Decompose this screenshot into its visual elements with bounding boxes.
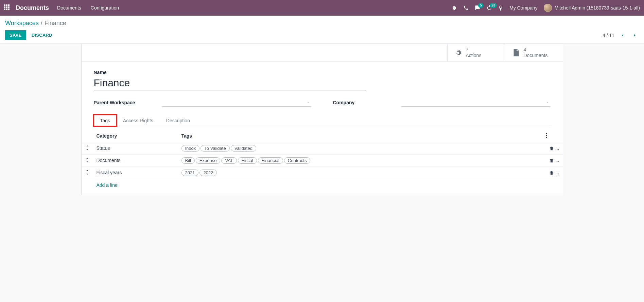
company-label: Company [333,100,391,105]
stat-documents[interactable]: 4 Documents [505,44,563,61]
delete-icon[interactable] [549,145,554,151]
apps-icon[interactable] [4,4,11,11]
user-menu[interactable]: Mitchell Admin (15180739-saas-15-1-all) [544,4,640,12]
svg-point-0 [546,133,547,134]
category-cell[interactable]: Documents [93,154,178,166]
tag-chip[interactable]: Fiscal [238,157,257,164]
tag-chip[interactable]: 2021 [181,170,199,176]
messages-icon[interactable]: 5 [475,5,480,11]
stat-documents-label: Documents [524,53,548,58]
row-more[interactable]: ... [554,170,559,175]
navbar-right: 5 23 My Company Mitchell Admin (15180739… [452,4,640,12]
table-options[interactable] [542,130,563,142]
table-row[interactable]: DocumentsBillExpenseVATFiscalFinancialCo… [82,154,563,166]
tags-cell[interactable]: InboxTo ValidateValidated [178,142,542,154]
svg-point-1 [546,135,547,136]
parent-workspace-input[interactable] [162,99,311,107]
tag-chip[interactable]: Financial [258,157,283,164]
tab-description[interactable]: Description [160,115,196,126]
nav-links: Documents Configuration [57,5,119,11]
tools-icon[interactable] [498,5,503,11]
control-panel: Workspaces / Finance Save Discard 4 / 11 [0,16,644,44]
pager-value[interactable]: 4 / 11 [603,33,614,38]
user-name: Mitchell Admin (15180739-saas-15-1-all) [555,5,640,11]
breadcrumb-current: Finance [45,20,66,27]
drag-handle-icon[interactable] [82,154,93,166]
cp-buttons: Save Discard [5,30,56,40]
tag-chip[interactable]: 2022 [199,170,217,176]
company-input[interactable] [401,99,551,107]
nav-link-documents[interactable]: Documents [57,5,81,11]
breadcrumb: Workspaces / Finance [5,20,639,27]
tab-tags[interactable]: Tags [94,115,117,126]
table-row[interactable]: Fiscal years20212022 ... [82,166,563,179]
name-label: Name [94,70,551,75]
category-cell[interactable]: Status [93,142,178,154]
tag-chip[interactable]: Validated [231,145,256,152]
stat-documents-count: 4 [524,47,548,53]
brand-title[interactable]: Documents [16,4,49,12]
tabs: Tags Access Rights Description [94,115,551,126]
pager-prev[interactable] [619,31,627,39]
stat-actions[interactable]: 7 Actions [447,44,505,61]
phone-icon[interactable] [463,5,469,11]
delete-icon[interactable] [549,158,554,163]
gears-icon [454,48,463,57]
company-switcher[interactable]: My Company [509,5,537,11]
tag-chip[interactable]: Expense [196,157,221,164]
drag-handle-icon[interactable] [82,142,93,154]
tag-chip[interactable]: To Validate [201,145,229,152]
chevron-down-icon [307,100,310,105]
drag-handle-icon[interactable] [82,166,93,179]
row-actions: ... [542,142,563,154]
parent-workspace-label: Parent Workspace [94,100,152,105]
table-row[interactable]: StatusInboxTo ValidateValidated ... [82,142,563,154]
th-category[interactable]: Category [93,130,178,142]
delete-icon[interactable] [549,170,554,175]
chevron-down-icon [546,100,549,105]
pager-next[interactable] [631,31,639,39]
discard-button[interactable]: Discard [28,31,56,40]
form-sheet: 7 Actions 4 Documents Name Parent Worksp… [81,44,563,195]
tag-chip[interactable]: Bill [181,157,195,164]
breadcrumb-root[interactable]: Workspaces [5,20,39,27]
tag-chip[interactable]: Contracts [284,157,311,164]
activities-icon[interactable]: 23 [486,5,492,11]
messages-badge: 5 [478,3,484,8]
breadcrumb-sep: / [41,20,42,27]
save-button[interactable]: Save [5,30,26,40]
category-cell[interactable]: Fiscal years [93,166,178,179]
stat-actions-label: Actions [466,53,482,58]
bug-icon[interactable] [452,5,457,11]
svg-point-2 [546,137,547,138]
tags-cell[interactable]: BillExpenseVATFiscalFinancialContracts [178,154,542,166]
row-actions: ... [542,154,563,166]
row-more[interactable]: ... [554,158,559,163]
nav-link-configuration[interactable]: Configuration [91,5,119,11]
name-input[interactable] [94,76,366,90]
tags-cell[interactable]: 20212022 [178,166,542,179]
tags-table: Category Tags StatusInboxTo ValidateVali… [82,130,563,179]
document-icon [511,48,520,57]
avatar [544,4,552,12]
tag-chip[interactable]: VAT [221,157,237,164]
stat-buttons: 7 Actions 4 Documents [82,44,563,61]
row-more[interactable]: ... [554,145,559,151]
add-line[interactable]: Add a line [82,179,563,195]
tag-chip[interactable]: Inbox [181,145,200,152]
row-actions: ... [542,166,563,179]
th-tags[interactable]: Tags [178,130,542,142]
tab-access-rights[interactable]: Access Rights [117,115,160,126]
stat-actions-count: 7 [466,47,482,53]
activities-badge: 23 [490,3,497,8]
top-navbar: Documents Documents Configuration 5 23 M… [0,0,644,16]
pager: 4 / 11 [603,31,639,39]
